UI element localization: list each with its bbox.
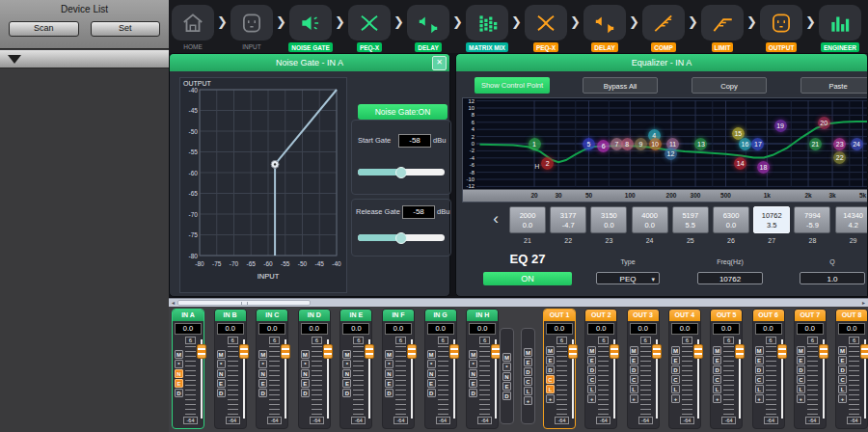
channel-button-in-e-n[interactable]: N bbox=[342, 369, 351, 378]
channel-label[interactable]: OUT 3 bbox=[628, 310, 659, 321]
channel-label[interactable]: IN B bbox=[215, 310, 246, 321]
start-gate-value-field[interactable]: -58 bbox=[398, 134, 431, 148]
eq-point-12[interactable]: 12 bbox=[665, 148, 677, 160]
channel-button-out-4-d[interactable]: D bbox=[671, 365, 680, 374]
channel-label[interactable]: IN C bbox=[257, 310, 287, 321]
link-button-m[interactable]: M bbox=[502, 353, 511, 362]
eq-band-cell-28[interactable]: 7994-5.9 bbox=[794, 206, 830, 233]
fader-handle[interactable] bbox=[365, 344, 374, 359]
channel-strip-out-6[interactable]: OUT 60.06-64MEDCL+ bbox=[752, 309, 785, 429]
channel-strip-out-2[interactable]: OUT 20.06-64MEDCL+ bbox=[584, 309, 617, 429]
eq-band-cell-25[interactable]: 51975.5 bbox=[672, 206, 709, 233]
channel-button-out-8-l[interactable]: L bbox=[838, 385, 847, 393]
channel-label[interactable]: OUT 8 bbox=[836, 310, 867, 321]
channel-button-out-3-m[interactable]: M bbox=[630, 346, 638, 355]
channel-button-in-a-m[interactable]: M bbox=[175, 350, 183, 359]
release-gate-slider-handle[interactable] bbox=[395, 232, 407, 244]
band-on-button[interactable]: ON bbox=[483, 272, 572, 285]
eq-point-19[interactable]: 19 bbox=[774, 120, 787, 132]
channel-button-in-g-n[interactable]: N bbox=[427, 369, 436, 378]
eq-point-17[interactable]: 17 bbox=[751, 138, 764, 150]
toolbar-item-output[interactable]: OUTPUT bbox=[760, 5, 802, 52]
channel-label[interactable]: IN A bbox=[173, 310, 203, 321]
channel-button-in-g-e[interactable]: E bbox=[427, 379, 436, 388]
channel-label[interactable]: OUT 6 bbox=[753, 310, 784, 321]
channel-button-out-4-m[interactable]: M bbox=[671, 346, 680, 355]
channel-button-in-b-star[interactable]: * bbox=[217, 360, 226, 368]
channel-label[interactable]: OUT 4 bbox=[669, 310, 700, 321]
channel-button-out-6-e[interactable]: E bbox=[755, 356, 764, 364]
channel-gain-display[interactable]: 0.0 bbox=[469, 323, 496, 335]
fader-handle[interactable] bbox=[735, 344, 745, 359]
channel-button-out-2-l[interactable]: L bbox=[587, 385, 596, 393]
channel-gain-display[interactable]: 0.0 bbox=[258, 323, 285, 335]
channel-button-in-b-d[interactable]: D bbox=[217, 389, 226, 397]
channel-button-out-3-l[interactable]: L bbox=[630, 385, 638, 393]
channel-button-in-g-m[interactable]: M bbox=[427, 350, 436, 359]
channel-button-in-h-d[interactable]: D bbox=[469, 389, 477, 397]
channel-strip-out-4[interactable]: OUT 40.06-64MEDCL+ bbox=[668, 309, 701, 429]
eq-point-9[interactable]: 9 bbox=[635, 138, 647, 150]
channel-button-in-c-n[interactable]: N bbox=[258, 369, 267, 378]
channel-button-out-2-d[interactable]: D bbox=[587, 365, 596, 374]
channel-button-in-g-star[interactable]: * bbox=[427, 360, 436, 368]
channel-button-in-d-e[interactable]: E bbox=[301, 379, 310, 388]
channel-button-out-1-plus[interactable]: + bbox=[546, 394, 555, 403]
channel-button-in-e-d[interactable]: D bbox=[342, 389, 351, 397]
release-gate-slider[interactable] bbox=[358, 234, 445, 241]
channel-button-in-a-n[interactable]: N bbox=[175, 369, 183, 378]
channel-button-out-2-m[interactable]: M bbox=[587, 346, 596, 355]
channel-button-in-c-star[interactable]: * bbox=[258, 360, 267, 368]
channel-button-out-6-l[interactable]: L bbox=[755, 385, 764, 393]
toolbar-item-delay[interactable]: DELAY bbox=[407, 5, 449, 52]
eq-band-cell-23[interactable]: 31500.0 bbox=[590, 206, 627, 233]
channel-strip-in-g[interactable]: IN G0.06-64M*NED bbox=[424, 309, 457, 429]
channel-label[interactable]: IN E bbox=[340, 310, 371, 321]
channel-strip-out-3[interactable]: OUT 30.06-64MEDCL+ bbox=[627, 309, 660, 429]
channel-gain-display[interactable]: 0.0 bbox=[797, 323, 824, 335]
channel-button-out-6-d[interactable]: D bbox=[755, 365, 764, 374]
release-gate-value-field[interactable]: -58 bbox=[402, 205, 435, 219]
channel-button-out-5-l[interactable]: L bbox=[713, 385, 721, 393]
toolbar-item-peq-x[interactable]: PEQ-X bbox=[348, 5, 391, 52]
channel-button-out-5-c[interactable]: C bbox=[713, 375, 721, 384]
eq-band-cell-24[interactable]: 40000.0 bbox=[632, 206, 668, 233]
eq-point-13[interactable]: 13 bbox=[694, 138, 707, 150]
channel-gain-display[interactable]: 0.0 bbox=[838, 323, 865, 335]
channel-button-out-1-d[interactable]: D bbox=[546, 365, 555, 374]
toolbar-item-matrix-mix[interactable]: MATRIX MIX bbox=[466, 5, 508, 52]
eq-point-8[interactable]: 8 bbox=[621, 138, 634, 150]
channel-strip-out-7[interactable]: OUT 70.06-64MEDCL+ bbox=[794, 309, 827, 429]
bypass-all-button[interactable]: Bypass All bbox=[583, 77, 658, 94]
channel-button-in-c-m[interactable]: M bbox=[258, 350, 267, 359]
link-button-star[interactable]: * bbox=[502, 363, 511, 371]
channel-button-in-b-m[interactable]: M bbox=[217, 350, 226, 359]
q-field[interactable]: 1.0 bbox=[800, 272, 865, 284]
channel-label[interactable]: OUT 5 bbox=[711, 310, 742, 321]
channel-label[interactable]: IN F bbox=[383, 310, 414, 321]
channel-gain-display[interactable]: 0.0 bbox=[713, 323, 740, 335]
scan-button[interactable]: Scan bbox=[9, 21, 79, 37]
channel-button-in-h-star[interactable]: * bbox=[469, 360, 477, 368]
channel-button-in-b-n[interactable]: N bbox=[217, 369, 226, 378]
channel-button-in-c-d[interactable]: D bbox=[258, 389, 267, 397]
channel-button-in-d-star[interactable]: * bbox=[301, 360, 310, 368]
channel-strip-out-1[interactable]: OUT 10.06-64MEDCL+ bbox=[543, 309, 576, 429]
channel-button-out-8-m[interactable]: M bbox=[838, 346, 847, 355]
start-gate-slider-handle[interactable] bbox=[395, 167, 407, 178]
show-control-point-button[interactable]: Show Control Point bbox=[475, 77, 550, 94]
channel-button-out-5-plus[interactable]: + bbox=[713, 394, 721, 403]
link-button-l[interactable]: L bbox=[524, 387, 532, 395]
link-button-plus[interactable]: + bbox=[524, 396, 532, 405]
device-tree-collapse-bar[interactable] bbox=[0, 50, 169, 68]
channel-gain-display[interactable]: 0.0 bbox=[342, 323, 369, 335]
link-button-c[interactable]: C bbox=[524, 377, 532, 386]
toolbar-item-noise-gate[interactable]: NOISE GATE bbox=[289, 5, 332, 52]
channel-button-in-f-star[interactable]: * bbox=[385, 360, 393, 368]
channel-button-out-4-plus[interactable]: + bbox=[671, 394, 680, 403]
channel-label[interactable]: OUT 2 bbox=[585, 310, 616, 321]
channel-button-in-e-star[interactable]: * bbox=[342, 360, 351, 368]
channel-strip-out-5[interactable]: OUT 50.06-64MEDCL+ bbox=[710, 309, 743, 429]
channel-button-out-5-m[interactable]: M bbox=[713, 346, 721, 355]
eq-point-16[interactable]: 16 bbox=[739, 138, 751, 150]
